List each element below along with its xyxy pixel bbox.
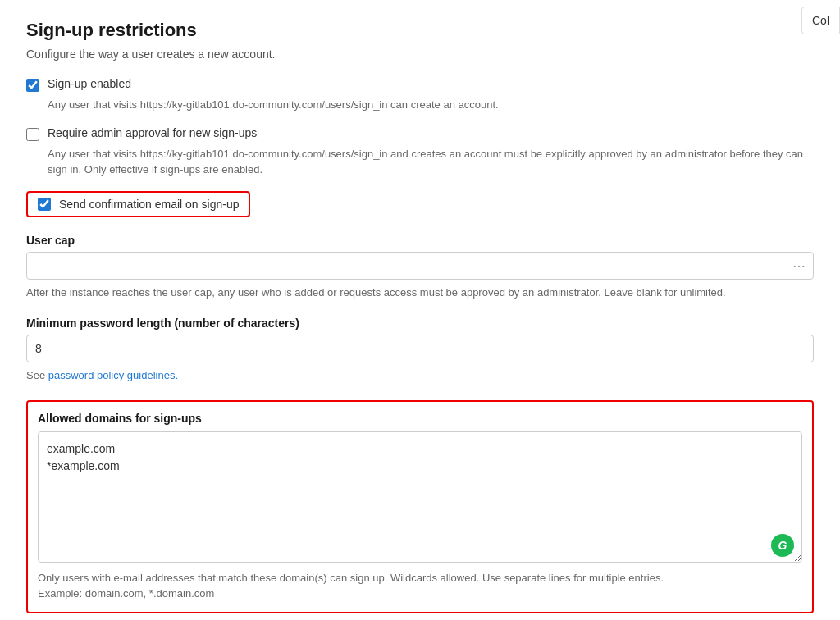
min-password-input[interactable] (26, 335, 814, 362)
admin-approval-description: Any user that visits https://ky-gitlab10… (48, 146, 814, 178)
allowed-domains-description: Only users with e-mail addresses that ma… (38, 570, 802, 602)
allowed-domains-textarea-wrapper: example.com *example.com G (38, 431, 802, 565)
admin-approval-option: Require admin approval for new sign-ups … (26, 126, 814, 178)
user-cap-description: After the instance reaches the user cap,… (26, 285, 814, 301)
allowed-domains-section: Allowed domains for sign-ups example.com… (26, 400, 814, 613)
user-cap-input-wrapper: ⋯ (26, 252, 814, 280)
user-cap-input[interactable] (26, 252, 814, 280)
admin-approval-checkbox[interactable] (26, 128, 39, 141)
confirmation-email-checkbox[interactable] (38, 198, 51, 211)
user-cap-section: User cap ⋯ After the instance reaches th… (26, 234, 814, 301)
signup-enabled-label[interactable]: Sign-up enabled (48, 77, 131, 90)
password-policy-link[interactable]: password policy guidelines. (48, 369, 178, 381)
min-password-description: See password policy guidelines. (26, 367, 814, 384)
allowed-domains-label: Allowed domains for sign-ups (38, 412, 802, 425)
page-subtitle: Configure the way a user creates a new a… (26, 48, 814, 61)
signup-enabled-checkbox[interactable] (26, 79, 39, 92)
page-container: Col Sign-up restrictions Configure the w… (0, 0, 840, 620)
confirmation-email-option: Send confirmation email on sign-up (26, 191, 250, 217)
page-title: Sign-up restrictions (26, 20, 814, 41)
signup-enabled-option: Sign-up enabled Any user that visits htt… (26, 77, 814, 113)
user-cap-label: User cap (26, 234, 814, 247)
see-text: See (26, 369, 48, 381)
grammarly-icon[interactable]: G (771, 534, 794, 557)
col-button[interactable]: Col (801, 7, 840, 34)
signup-enabled-description: Any user that visits https://ky-gitlab10… (48, 97, 814, 113)
confirmation-email-label[interactable]: Send confirmation email on sign-up (59, 198, 239, 211)
user-cap-icon[interactable]: ⋯ (792, 258, 806, 273)
allowed-domains-textarea[interactable]: example.com *example.com (38, 431, 802, 563)
min-password-section: Minimum password length (number of chara… (26, 317, 814, 384)
min-password-label: Minimum password length (number of chara… (26, 317, 814, 330)
admin-approval-label[interactable]: Require admin approval for new sign-ups (48, 126, 257, 139)
